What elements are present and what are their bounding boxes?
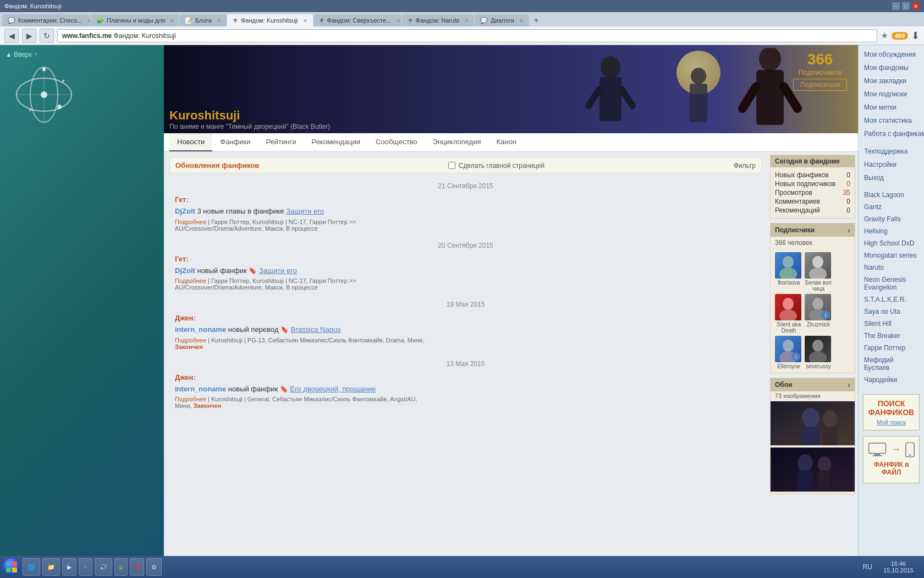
nav-soobshchestvo[interactable]: Сообщество: [368, 133, 425, 151]
back-button[interactable]: ◀: [4, 29, 19, 43]
filter-button[interactable]: Фильтр: [734, 162, 756, 170]
bookmark-star-icon[interactable]: ★: [881, 30, 888, 41]
tab-1[interactable]: 🧩 Плагины и моды для ✕: [91, 14, 179, 26]
start-button[interactable]: [3, 558, 20, 576]
menu-vyhod[interactable]: Выход: [859, 171, 924, 184]
nav-reytingi[interactable]: Рейтинги: [258, 133, 304, 151]
tab-1-close[interactable]: ✕: [170, 18, 174, 24]
addon-badge[interactable]: 489: [892, 32, 908, 40]
subscribers-arrow-icon[interactable]: ›: [848, 226, 850, 235]
fandom-naruto[interactable]: Naruto: [859, 261, 924, 274]
url-domain: www.fanfics.me: [62, 32, 112, 40]
nav-fanfiki[interactable]: Фанфики: [212, 133, 258, 151]
tab-4-close[interactable]: ✕: [396, 18, 400, 24]
tab-3-close[interactable]: ✕: [303, 18, 307, 24]
tab-4[interactable]: ⚜ Фандом: Сверхъесте... ✕: [314, 14, 402, 26]
taskbar-ie-btn[interactable]: 🌐: [23, 558, 40, 576]
tab-0[interactable]: 💬 Комментарии: Списо... ✕: [2, 14, 90, 26]
banner-char-2: [676, 67, 721, 133]
tab-5[interactable]: ⚜ Фандом: Naruto ✕: [402, 14, 475, 26]
forward-button[interactable]: ▶: [22, 29, 36, 43]
svg-rect-47: [12, 561, 17, 566]
taskbar-lang[interactable]: RU: [860, 563, 876, 571]
wallpaper-img-2[interactable]: [771, 448, 855, 492]
sub-avatar-2-name: Silent aka Death: [775, 321, 802, 334]
menu-moi-fandomy[interactable]: Мои фандомы: [859, 61, 924, 74]
fandom-silent-hill[interactable]: Silent Hill: [859, 318, 924, 330]
menu-moi-zakladki[interactable]: Мои закладки: [859, 74, 924, 88]
search-link[interactable]: Мой поиск: [868, 419, 915, 426]
tab-3-label: Фандом: Kuroshitsuji: [241, 17, 298, 24]
fandom-gp[interactable]: Гарри Поттер: [859, 342, 924, 354]
reload-button[interactable]: ↻: [40, 29, 54, 43]
menu-moi-metki[interactable]: Мои метки: [859, 101, 924, 114]
fandom-high-school-dxd[interactable]: High School DxD: [859, 237, 924, 249]
taskbar-utorrent-btn[interactable]: μ: [114, 558, 128, 576]
tab-6[interactable]: 💬 Диалоги ✕: [475, 14, 529, 26]
entry-1-podrobnee[interactable]: Подробнее: [175, 219, 206, 225]
menu-nastroyki[interactable]: Настройки: [859, 158, 924, 171]
tab-2[interactable]: 📝 Блоги ✕: [179, 14, 227, 26]
menu-moya-statistika[interactable]: Моя статистика: [859, 114, 924, 127]
tab-5-close[interactable]: ✕: [464, 18, 469, 24]
menu-tehpodderzhka[interactable]: Техподдержка: [859, 145, 924, 158]
wallpapers-arrow-icon[interactable]: ›: [848, 380, 850, 389]
minimize-button[interactable]: ─: [892, 2, 900, 10]
entry-1-fanfic-title[interactable]: Защити его: [286, 207, 324, 215]
entry-4-podrobnee[interactable]: Подробнее: [175, 396, 206, 402]
fandom-mefodiy[interactable]: Мефодий Буслаев: [859, 354, 924, 374]
entry-2-fanfic-title[interactable]: Защити его: [259, 266, 297, 275]
fandom-the-breaker[interactable]: The Breaker: [859, 330, 924, 342]
nav-novosti[interactable]: Новости: [169, 133, 212, 151]
sub-avatar-2: Silent aka Death: [775, 294, 802, 334]
taskbar-yandex-btn[interactable]: Я: [130, 558, 144, 576]
nav-rekomendatsii[interactable]: Рекомендации: [304, 133, 369, 151]
close-button[interactable]: ✕: [912, 2, 920, 10]
back-label: Вверх ↑: [14, 51, 37, 58]
entry-3-end-tag: Закончен: [175, 343, 203, 350]
fandom-monogatari[interactable]: Monogatari series: [859, 249, 924, 261]
content-area: Обновления фанфиков Сделать главной стра…: [164, 152, 858, 501]
tab-0-close[interactable]: ✕: [87, 18, 90, 24]
entry-4-fanfic-title[interactable]: Его дворецкий, прощание: [290, 385, 376, 393]
fandom-gravity-falls[interactable]: Gravity Falls: [859, 213, 924, 225]
download-button[interactable]: ⬇: [911, 30, 920, 42]
fandom-saya-no-uta[interactable]: Saya no Uta: [859, 306, 924, 318]
fandom-hellsing[interactable]: Hellsing: [859, 225, 924, 237]
taskbar-explorer-btn[interactable]: 📁: [42, 558, 60, 576]
today-box-header: Сегодня в фандоме: [771, 155, 855, 167]
svg-point-34: [823, 411, 837, 427]
entry-3-fanfic-icon: 🔖: [280, 326, 289, 334]
homepage-checkbox[interactable]: [448, 162, 455, 169]
menu-moi-obsujdeniya[interactable]: Мои обсуждения: [859, 48, 924, 61]
entry-3-podrobnee[interactable]: Подробнее: [175, 337, 206, 343]
entry-4-author[interactable]: intern_noname: [175, 385, 226, 393]
fandom-charodeyky[interactable]: Чародейки: [859, 374, 924, 386]
taskbar-speaker-btn[interactable]: 🔊: [95, 558, 112, 576]
entry-2-author[interactable]: DjZolt: [175, 266, 195, 275]
tab-3[interactable]: ⚜ Фандом: Kuroshitsuji ✕: [227, 14, 313, 26]
entry-3-author[interactable]: intern_noname: [175, 325, 226, 334]
entry-3-fanfic-title[interactable]: Brassica Napus: [291, 325, 341, 334]
wallpaper-img-1[interactable]: [771, 401, 855, 445]
tab-6-close[interactable]: ✕: [519, 18, 524, 24]
entry-1-author[interactable]: DjZolt: [175, 207, 195, 215]
entry-2-podrobnee[interactable]: Подробнее: [175, 277, 206, 284]
taskbar-media-btn[interactable]: ▶: [62, 558, 76, 576]
nav-entsiklopediya[interactable]: Энциклопедия: [425, 133, 489, 151]
maximize-button[interactable]: □: [902, 2, 910, 10]
nav-kanon[interactable]: Канон: [489, 133, 524, 151]
fandom-nge[interactable]: Neon Genesis Evangelion: [859, 274, 924, 293]
fandom-black-lagoon[interactable]: Black Lagoon: [859, 189, 924, 201]
menu-rabota-s-fanfikami[interactable]: Работа с фанфиками: [859, 127, 924, 140]
tab-2-close[interactable]: ✕: [217, 18, 221, 24]
fandom-stalker[interactable]: S.T.A.L.K.E.R.: [859, 293, 924, 306]
fandom-gantz[interactable]: Gantz: [859, 201, 924, 213]
taskbar-app-btn[interactable]: ⚙: [146, 558, 162, 576]
new-tab-button[interactable]: +: [530, 14, 543, 26]
taskbar-chrome-btn[interactable]: ●: [79, 558, 92, 576]
subscribe-button[interactable]: Подписаться: [793, 79, 847, 91]
url-bar[interactable]: www.fanfics.me Фандом: Kuroshitsuji: [57, 29, 877, 42]
menu-moi-podpiski[interactable]: Мои подписки: [859, 88, 924, 101]
back-to-top[interactable]: ▲ Вверх ↑: [6, 51, 37, 58]
